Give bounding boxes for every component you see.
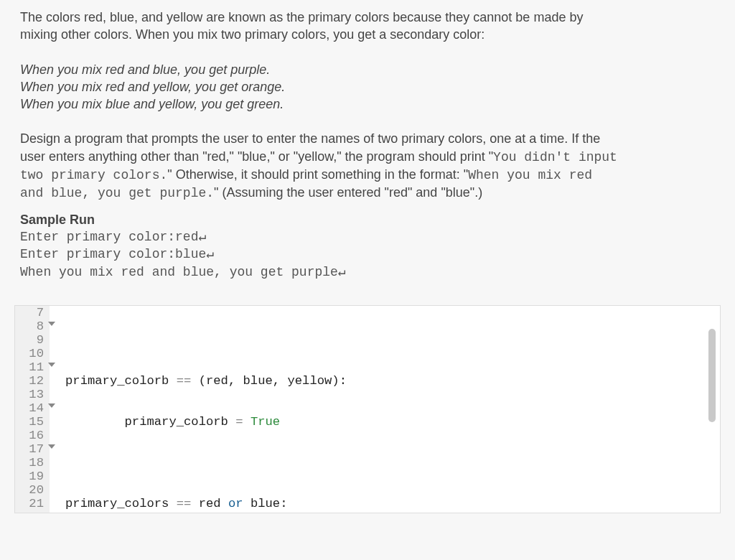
line-number: 7 [15, 306, 47, 319]
task-line-4: and blue, you get purple." (Assuming the… [20, 184, 715, 202]
intro-line-1: The colors red, blue, and yellow are kno… [20, 9, 715, 26]
code-line[interactable]: primary_colorb == (red, blue, yellow): [65, 374, 720, 388]
example-orange: When you mix red and yellow, you get ora… [20, 78, 715, 95]
line-number: 17 [15, 442, 47, 456]
code-line[interactable] [65, 456, 720, 470]
example-purple: When you mix red and blue, you get purpl… [20, 61, 715, 78]
code-line[interactable] [65, 333, 720, 347]
line-number: 10 [15, 347, 47, 360]
code-editor[interactable]: 7 8 9 10 11 12 13 14 15 16 17 18 19 20 2… [14, 305, 721, 513]
vertical-scrollbar[interactable] [708, 329, 716, 422]
problem-statement: The colors red, blue, and yellow are kno… [0, 0, 735, 281]
line-number: 20 [15, 483, 47, 497]
example-green: When you mix blue and yellow, you get gr… [20, 95, 715, 113]
line-number: 15 [15, 415, 47, 429]
task-line-2: user enters anything other than "red," "… [20, 148, 715, 166]
code-line[interactable]: primary_colorb = True [65, 415, 720, 429]
line-number: 11 [15, 360, 47, 374]
sample-line-2: Enter primary color:blue↵ [20, 246, 715, 263]
line-number: 18 [15, 456, 47, 470]
line-number: 14 [15, 401, 47, 415]
task-line-3: two primary colors." Otherwise, it shoul… [20, 166, 715, 184]
sample-line-1: Enter primary color:red↵ [20, 228, 715, 246]
line-number: 21 [15, 497, 47, 510]
sample-run-heading: Sample Run [20, 213, 95, 227]
sample-line-3: When you mix red and blue, you get purpl… [20, 263, 715, 281]
line-number: 8 [15, 319, 47, 333]
line-number: 12 [15, 374, 47, 388]
code-line[interactable]: primary_colors == red or blue: [65, 497, 720, 510]
line-number: 13 [15, 388, 47, 401]
line-number-gutter: 7 8 9 10 11 12 13 14 15 16 17 18 19 20 2… [15, 306, 50, 513]
code-area[interactable]: primary_colorb == (red, blue, yellow): p… [50, 306, 720, 513]
task-line-1: Design a program that prompts the user t… [20, 130, 715, 147]
line-number: 9 [15, 333, 47, 347]
line-number: 19 [15, 470, 47, 483]
line-number: 16 [15, 429, 47, 442]
intro-line-2: mixing other colors. When you mix two pr… [20, 26, 715, 43]
